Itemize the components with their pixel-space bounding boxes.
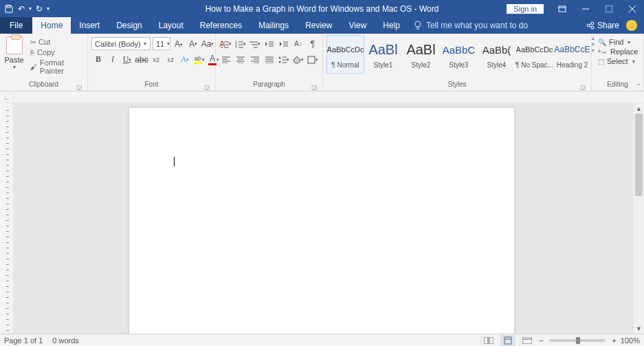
underline-button[interactable]: U▾: [120, 53, 134, 66]
tab-selector[interactable]: ∟: [0, 91, 14, 103]
tab-references[interactable]: References: [192, 17, 250, 34]
copy-button[interactable]: ⎘Copy: [27, 47, 84, 57]
document-page[interactable]: [129, 108, 514, 334]
grow-font-button[interactable]: A▴: [173, 37, 185, 50]
tab-home[interactable]: Home: [32, 17, 71, 34]
style-heading-2[interactable]: AaBbCcEHeading 2: [553, 35, 591, 74]
superscript-button[interactable]: x2: [164, 53, 177, 66]
scroll-thumb[interactable]: [635, 113, 643, 196]
svg-point-12: [591, 26, 594, 29]
undo-icon[interactable]: ↶: [18, 4, 25, 14]
multilevel-list-button[interactable]: ▾: [248, 37, 262, 50]
style---no-spac---[interactable]: AaBbCcDc¶ No Spac...: [515, 35, 553, 74]
maximize-button[interactable]: [597, 0, 621, 17]
tab-design[interactable]: Design: [108, 17, 150, 34]
align-left-button[interactable]: [219, 53, 233, 66]
zoom-in-button[interactable]: +: [612, 336, 616, 345]
paste-button[interactable]: Paste ▾: [3, 35, 25, 70]
format-painter-button[interactable]: 🖌Format Painter: [27, 58, 84, 76]
text-cursor: [174, 157, 175, 166]
tab-view[interactable]: View: [341, 17, 375, 34]
decrease-indent-button[interactable]: [263, 37, 276, 50]
select-button[interactable]: ⬚Select▾: [595, 56, 638, 66]
shrink-font-button[interactable]: A▾: [187, 37, 199, 50]
cut-button[interactable]: ✂Cut: [27, 37, 84, 47]
document-area: 1234567: [0, 103, 634, 334]
tab-help[interactable]: Help: [375, 17, 408, 34]
customize-qat-icon[interactable]: ▾: [47, 6, 49, 12]
undo-dropdown-icon[interactable]: ▾: [29, 6, 32, 12]
align-center-button[interactable]: [234, 53, 247, 66]
tell-me[interactable]: Tell me what you want to do: [414, 17, 528, 34]
zoom-slider[interactable]: [550, 339, 605, 342]
share-button[interactable]: Share: [586, 21, 619, 30]
read-mode-button[interactable]: [481, 335, 496, 346]
page-indicator[interactable]: Page 1 of 1: [4, 336, 43, 345]
bold-button[interactable]: B: [91, 53, 105, 66]
replace-button[interactable]: ᵃ↔Replace: [595, 47, 641, 56]
style-style3[interactable]: AaBbCStyle3: [440, 35, 478, 74]
sort-button[interactable]: A↓: [291, 37, 305, 50]
text-effects-button[interactable]: A▾: [178, 53, 192, 66]
style-style4[interactable]: AaBb(Style4: [478, 35, 515, 74]
scroll-down-button[interactable]: ▼: [634, 323, 644, 334]
clipboard-dialog-launcher[interactable]: ◲: [76, 84, 82, 91]
svg-point-17: [221, 44, 223, 45]
highlight-button[interactable]: ab▾: [192, 53, 206, 66]
save-icon[interactable]: [4, 4, 14, 14]
ribbon-tabs: File HomeInsertDesignLayoutReferencesMai…: [0, 17, 644, 34]
find-button[interactable]: 🔍Find▾: [595, 37, 633, 47]
style-style2[interactable]: AaBlStyle2: [402, 35, 440, 74]
collapse-ribbon-button[interactable]: ⌃: [636, 83, 641, 90]
line-spacing-button[interactable]: ▾: [277, 53, 291, 66]
editing-group-label: Editing: [607, 80, 628, 88]
paste-dropdown-icon[interactable]: ▾: [13, 64, 16, 70]
zoom-level[interactable]: 100%: [621, 336, 640, 345]
close-button[interactable]: [621, 0, 644, 17]
bullets-button[interactable]: ▾: [219, 37, 233, 50]
show-marks-button[interactable]: ¶: [306, 37, 320, 50]
chevron-down-icon: ▾: [632, 58, 635, 65]
increase-indent-button[interactable]: [277, 37, 291, 50]
strikethrough-button[interactable]: abc: [135, 53, 148, 66]
redo-icon[interactable]: ↻: [36, 4, 43, 14]
paragraph-dialog-launcher[interactable]: ◲: [311, 84, 318, 91]
share-icon: [586, 21, 595, 30]
ribbon-display-button[interactable]: [551, 0, 574, 17]
vertical-scrollbar[interactable]: ▲ ▼: [634, 103, 644, 334]
borders-button[interactable]: ▾: [306, 53, 320, 66]
justify-button[interactable]: [263, 53, 276, 66]
font-name-combo[interactable]: Calibri (Body)▾: [91, 37, 151, 50]
change-case-button[interactable]: Aa▾: [201, 37, 214, 50]
font-size-combo[interactable]: 11▾: [153, 37, 170, 50]
numbering-button[interactable]: 123▾: [234, 37, 247, 50]
style-label: ¶ No Spac...: [515, 61, 553, 71]
zoom-out-button[interactable]: −: [539, 336, 543, 345]
svg-rect-4: [606, 6, 612, 12]
web-layout-button[interactable]: [520, 335, 535, 346]
style---normal[interactable]: AaBbCcDc¶ Normal: [326, 35, 364, 74]
font-dialog-launcher[interactable]: ◲: [204, 84, 210, 91]
subscript-button[interactable]: x2: [149, 53, 163, 66]
minimize-button[interactable]: [574, 0, 597, 17]
tab-layout[interactable]: Layout: [151, 17, 192, 34]
style-style1[interactable]: AaBlStyle1: [364, 35, 402, 74]
zoom-slider-knob[interactable]: [576, 337, 580, 344]
tab-file[interactable]: File: [0, 17, 32, 34]
svg-rect-121: [484, 337, 488, 344]
shading-button[interactable]: ▾: [291, 53, 305, 66]
svg-point-7: [415, 21, 421, 27]
sign-in-button[interactable]: Sign in: [507, 4, 544, 14]
feedback-icon[interactable]: ☺: [626, 20, 637, 31]
vertical-ruler[interactable]: [0, 103, 14, 334]
align-right-button[interactable]: [248, 53, 262, 66]
styles-dialog-launcher[interactable]: ◲: [580, 84, 586, 91]
tab-insert[interactable]: Insert: [71, 17, 108, 34]
paragraph-group-label: Paragraph: [253, 80, 285, 88]
tab-review[interactable]: Review: [297, 17, 340, 34]
tab-mailings[interactable]: Mailings: [250, 17, 297, 34]
italic-button[interactable]: I: [106, 53, 120, 66]
word-count[interactable]: 0 words: [52, 336, 79, 345]
print-layout-button[interactable]: [500, 335, 515, 346]
scroll-up-button[interactable]: ▲: [634, 103, 644, 113]
